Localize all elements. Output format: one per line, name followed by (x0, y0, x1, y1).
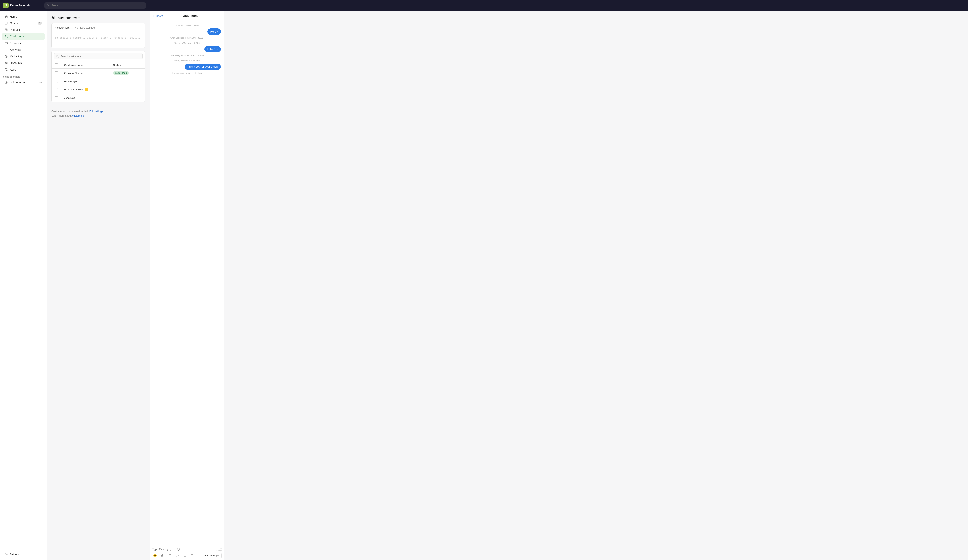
sidebar-item-label: Settings (10, 553, 20, 556)
table-row[interactable]: +1 215-372-3025 🟡 (52, 85, 145, 94)
brand-name: Demo Sales HM (10, 4, 31, 7)
table-row[interactable]: Giovanni Carrara Subscribed (52, 69, 145, 78)
shopify-icon: S (3, 3, 8, 8)
svg-point-11 (7, 36, 7, 36)
svg-point-13 (5, 62, 6, 63)
page-header: All customers ▾ (51, 16, 145, 20)
settings-icon (5, 553, 8, 556)
chat-more-button[interactable]: ··· (216, 14, 221, 18)
search-customers-icon (56, 55, 59, 58)
customer-name[interactable]: Gracie Nye (61, 78, 110, 85)
sidebar-item-finances[interactable]: Finances (2, 40, 45, 46)
table-row[interactable]: Jane Doe (52, 94, 145, 102)
sidebar-item-home[interactable]: Home (2, 13, 45, 20)
send-button[interactable]: Send Now (201, 553, 222, 558)
table-row[interactable]: Gracie Nye (52, 78, 145, 85)
svg-rect-20 (7, 70, 7, 71)
send-button-label: Send Now (203, 554, 215, 557)
chat-message: Thank you for your order! (153, 63, 221, 70)
th-checkbox[interactable] (52, 61, 61, 69)
msg-bubble: Thank you for your order! (185, 63, 221, 70)
chat-back-button[interactable]: Chats (153, 15, 163, 18)
sidebar-item-apps[interactable]: Apps (2, 66, 45, 73)
sidebar-item-discounts[interactable]: Discounts (2, 60, 45, 66)
sales-channels-label: Sales channels (3, 75, 20, 78)
customer-status (110, 78, 145, 85)
chat-message-input[interactable] (152, 548, 214, 551)
code-button[interactable] (174, 553, 180, 558)
svg-rect-19 (5, 70, 6, 71)
row-checkbox[interactable] (55, 96, 58, 99)
sidebar-item-orders[interactable]: Orders 1 (2, 20, 45, 27)
page-title-row: All customers ▾ (51, 16, 145, 20)
eye-icon[interactable] (39, 81, 42, 84)
main-footer: Customer accounts are disabled. Edit set… (47, 107, 150, 120)
sidebar-item-analytics[interactable]: Analytics (2, 46, 45, 53)
filter-status: No filters applied (75, 26, 95, 29)
customer-name[interactable]: Giovanni Carrara (61, 69, 110, 78)
finances-icon (5, 41, 8, 45)
doc-icon (168, 554, 171, 557)
sidebar-item-label: Products (10, 28, 20, 31)
orders-badge: 1 (38, 22, 42, 25)
sidebar-item-label: Apps (10, 68, 16, 71)
emoji-button[interactable]: 🙂 (152, 553, 158, 558)
assign-note: Chat assigned to you • 10:10 am (153, 72, 221, 74)
select-all-checkbox[interactable] (55, 63, 58, 66)
msg-bubble: Hello? (207, 28, 221, 35)
paperclip-icon (161, 554, 164, 557)
customers-learn-link[interactable]: customers (72, 114, 84, 117)
row-checkbox[interactable] (55, 88, 58, 91)
sidebar-item-label: Analytics (10, 48, 21, 51)
filter-count: 4 customers (55, 26, 72, 29)
sidebar-item-label: Marketing (10, 55, 22, 58)
svg-line-28 (58, 57, 59, 58)
sidebar-item-online-store[interactable]: Online Store (2, 80, 45, 86)
list-icon (191, 554, 194, 557)
code-icon (176, 554, 179, 557)
sales-channels-section: Sales channels (0, 73, 46, 79)
sidebar-item-marketing[interactable]: Marketing (2, 53, 45, 60)
sidebar-bottom: Settings (0, 549, 46, 558)
char-count: 0 0 msg (215, 547, 222, 552)
msg-meta: Lindsey Pendleton • 10:10 am (153, 59, 221, 61)
row-checkbox[interactable] (55, 71, 58, 75)
sidebar-item-products[interactable]: Products (2, 27, 45, 33)
page-title-dropdown[interactable]: ▾ (78, 17, 80, 20)
svg-rect-18 (7, 68, 7, 69)
document-button[interactable] (167, 553, 172, 558)
svg-rect-9 (7, 30, 7, 31)
sidebar-item-label: Online Store (10, 81, 25, 84)
back-arrow-icon (153, 15, 155, 18)
orders-icon (5, 22, 8, 25)
chat-input-area: 0 0 msg 🙂 Sen (150, 545, 224, 560)
edit-settings-link[interactable]: Edit settings (90, 110, 103, 113)
sidebar-item-label: Orders (10, 22, 18, 25)
customer-name[interactable]: +1 215-372-3025 🟡 (61, 85, 110, 94)
search-input[interactable] (45, 2, 146, 8)
products-icon (5, 28, 8, 31)
customer-name[interactable]: Jane Doe (61, 94, 110, 102)
filter-placeholder: To create a segment, apply a filter or c… (55, 36, 142, 39)
sidebar: Home Orders 1 Products Customers Finance… (0, 11, 47, 560)
mention-button[interactable] (182, 553, 187, 558)
sidebar-item-settings[interactable]: Settings (2, 551, 45, 557)
discounts-icon (5, 61, 8, 65)
filter-body: To create a segment, apply a filter or c… (52, 32, 145, 48)
marketing-icon (5, 55, 8, 58)
attach-button[interactable] (160, 553, 165, 558)
svg-point-24 (39, 82, 41, 83)
svg-point-14 (7, 63, 7, 63)
customer-search-row[interactable] (52, 51, 145, 61)
search-customers-input[interactable] (54, 53, 143, 59)
sidebar-item-label: Home (10, 15, 17, 18)
sidebar-item-label: Finances (10, 41, 21, 45)
row-checkbox[interactable] (55, 80, 58, 83)
at-icon (183, 554, 186, 557)
svg-rect-7 (7, 29, 7, 30)
list-button[interactable] (189, 553, 195, 558)
sidebar-item-customers[interactable]: Customers (2, 33, 45, 40)
search-bar[interactable] (45, 2, 146, 8)
add-channel-icon[interactable] (40, 75, 43, 78)
search-icon (46, 4, 49, 7)
